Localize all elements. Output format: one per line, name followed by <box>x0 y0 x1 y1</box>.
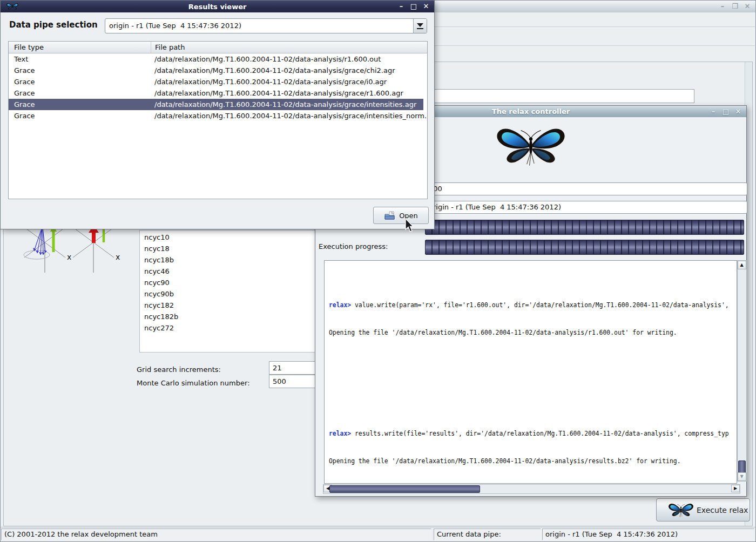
console-command: results.write(file='results', dir='/data… <box>351 430 729 437</box>
spectrum-list-item[interactable]: ncyc90 <box>140 277 320 288</box>
chevron-down-icon <box>417 23 423 27</box>
maximize-icon[interactable]: □ <box>722 108 730 116</box>
status-pipe-value: origin - r1 (Tue Sep 4 15:47:36 2012) <box>542 529 754 540</box>
scroll-down-icon[interactable]: ▼ <box>738 472 746 481</box>
scroll-up-icon[interactable]: ▲ <box>738 261 746 269</box>
execute-relax-label: Execute relax <box>697 506 748 514</box>
controller-title: The relax controller <box>492 107 570 116</box>
results-file-table: File type File path Text /data/relaxatio… <box>8 41 428 199</box>
table-row[interactable]: Grace /data/relaxation/Mg.T1.600.2004-11… <box>9 110 427 121</box>
monte-carlo-label: Monte Carlo simulation number: <box>137 377 250 389</box>
results-viewer-window: Results viewer – □ ✕ Data pipe selection… <box>0 0 435 229</box>
console-output: Opening the file '/data/relaxation/Mg.T1… <box>329 457 737 466</box>
data-pipe-combobox-value: origin - r1 (Tue Sep 4 15:47:36 2012) <box>109 19 241 33</box>
results-viewer-titlebar[interactable]: Results viewer – □ ✕ <box>1 1 434 12</box>
file-path-cell: /data/relaxation/Mg.T1.600.2004-11-02/da… <box>151 87 427 99</box>
console-horizontal-scrollbar[interactable]: ◀ ▶ <box>323 484 740 494</box>
table-row[interactable]: Grace /data/relaxation/Mg.T1.600.2004-11… <box>9 76 427 87</box>
console-entry: relax> results.write(file='results', dir… <box>329 411 737 484</box>
console-entry: relax> value.write(param='rx', file='r1.… <box>329 282 737 383</box>
table-body: Text /data/relaxation/Mg.T1.600.2004-11-… <box>9 53 427 121</box>
table-row[interactable]: Grace /data/relaxation/Mg.T1.600.2004-11… <box>9 99 423 110</box>
close-icon[interactable]: ✕ <box>744 3 751 10</box>
file-type-cell: Grace <box>9 99 151 110</box>
spectrum-list-item[interactable]: ncyc182b <box>140 311 320 322</box>
combobox-dropdown-button[interactable] <box>413 19 427 33</box>
butterfly-icon <box>5 2 19 11</box>
horizontal-scroll-thumb[interactable] <box>329 485 480 493</box>
spectra-list[interactable]: ncyc10 ncyc18 ncyc18b ncyc46 ncyc90 ncyc… <box>139 230 320 353</box>
execute-relax-button[interactable]: Execute relax <box>656 498 750 521</box>
maximize-icon[interactable]: □ <box>410 3 417 10</box>
chevron-bar <box>417 28 423 29</box>
relax-prompt: relax> <box>329 430 351 437</box>
spectrum-list-item[interactable]: ncyc182 <box>140 300 320 311</box>
file-type-cell: Grace <box>9 87 151 99</box>
relax-logo <box>477 123 585 170</box>
minimize-icon[interactable]: – <box>719 3 726 10</box>
table-row[interactable]: Grace /data/relaxation/Mg.T1.600.2004-11… <box>9 65 427 76</box>
table-header[interactable]: File type File path <box>9 42 427 53</box>
console-output: Opening the file '/data/relaxation/Mg.T1… <box>329 328 737 337</box>
column-header-file-path[interactable]: File path <box>151 42 427 53</box>
table-row[interactable]: Text /data/relaxation/Mg.T1.600.2004-11-… <box>9 53 427 65</box>
restore-icon[interactable]: ❐ <box>731 3 739 10</box>
analysis-name-field: 600 <box>425 182 747 195</box>
file-path-cell: /data/relaxation/Mg.T1.600.2004-11-02/da… <box>151 65 427 76</box>
spectrum-list-item[interactable]: ncyc18b <box>140 254 320 266</box>
scroll-right-icon[interactable]: ▶ <box>731 485 740 492</box>
console-vertical-scrollbar[interactable]: ▲ ▼ <box>737 260 747 482</box>
minimize-icon[interactable]: – <box>397 3 405 10</box>
close-icon[interactable]: ✕ <box>422 3 430 10</box>
open-button[interactable]: Open <box>373 207 429 224</box>
status-bar: (C) 2001-2012 the relax development team… <box>1 527 755 541</box>
file-path-cell: /data/relaxation/Mg.T1.600.2004-11-02/da… <box>151 110 427 121</box>
mouse-cursor <box>404 218 415 233</box>
data-pipe-combobox[interactable]: origin - r1 (Tue Sep 4 15:47:36 2012) <box>105 18 427 33</box>
console-command: value.write(param='rx', file='r1.600.out… <box>351 301 729 309</box>
file-type-cell: Grace <box>9 65 151 76</box>
execution-progress-bar <box>425 240 744 255</box>
spectrum-list-item[interactable]: ncyc272 <box>140 322 320 334</box>
spectrum-list-item[interactable]: ncyc90b <box>140 288 320 300</box>
status-copyright: (C) 2001-2012 the relax development team <box>1 529 431 540</box>
window-butterfly-icon <box>5 2 19 11</box>
results-viewer-title: Results viewer <box>188 3 247 11</box>
minimize-icon[interactable]: – <box>710 108 717 116</box>
file-type-cell: Grace <box>9 110 151 121</box>
r1-vector-diagram: x y x y <box>11 224 141 274</box>
desktop: – ❐ ✕ <box>0 0 756 542</box>
console-blank-line <box>329 356 737 365</box>
axis-x-label-right: x <box>116 253 120 261</box>
file-type-cell: Text <box>9 53 151 65</box>
spectrum-list-item[interactable]: ncyc46 <box>140 266 320 277</box>
spectrum-list-item[interactable]: ncyc10 <box>140 232 320 243</box>
open-file-icon <box>384 211 395 220</box>
column-header-file-type[interactable]: File type <box>9 42 151 53</box>
data-pipe-selection-label: Data pipe selection <box>9 20 98 30</box>
spectrum-list-item[interactable]: ncyc18 <box>140 243 320 254</box>
close-icon[interactable]: ✕ <box>734 108 742 116</box>
grid-search-label: Grid search increments: <box>137 364 221 375</box>
butterfly-icon-slot <box>662 500 691 520</box>
current-pipe-field: origin - r1 (Tue Sep 4 15:47:36 2012) <box>425 201 747 214</box>
butterfly-icon <box>666 500 696 520</box>
relax-prompt: relax> <box>329 301 351 309</box>
table-row[interactable]: Grace /data/relaxation/Mg.T1.600.2004-11… <box>9 87 427 99</box>
file-path-cell: /data/relaxation/Mg.T1.600.2004-11-02/da… <box>151 76 427 87</box>
file-path-cell: /data/relaxation/Mg.T1.600.2004-11-02/da… <box>151 53 427 65</box>
file-type-cell: Grace <box>9 76 151 87</box>
relax-log-console[interactable]: relax> value.write(param='rx', file='r1.… <box>324 260 737 484</box>
execution-progress-label: Execution progress: <box>319 242 388 250</box>
status-pipe-label: Current data pipe: <box>434 529 541 540</box>
axis-x-label-left: x <box>67 253 71 261</box>
analysis-progress-bar <box>425 220 744 235</box>
butterfly-icon <box>477 123 585 170</box>
file-path-cell: /data/relaxation/Mg.T1.600.2004-11-02/da… <box>151 99 423 110</box>
